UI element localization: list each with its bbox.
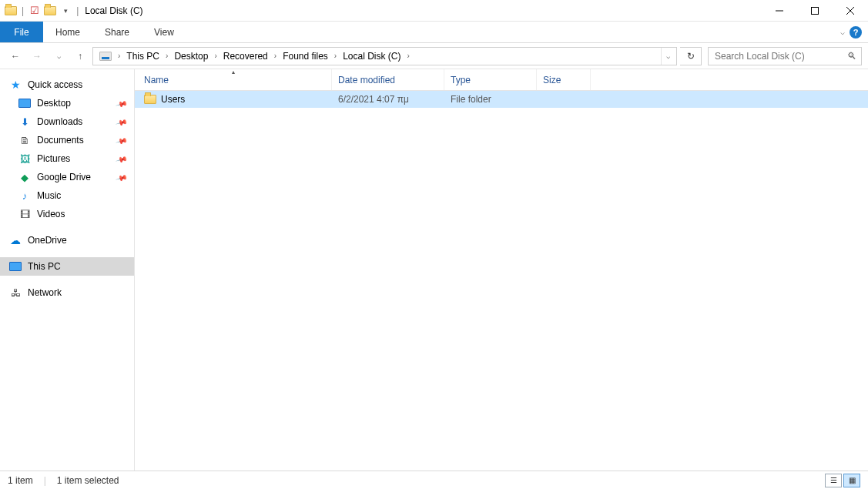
pin-icon: 📌 <box>116 152 128 165</box>
desktop-icon <box>18 97 31 109</box>
large-icons-view-button[interactable]: ▦ <box>843 474 860 487</box>
file-list-pane: Name ▴ Date modified Type Size Users 6/2… <box>135 69 868 471</box>
chevron-right-icon[interactable]: › <box>273 52 278 60</box>
minimize-button[interactable] <box>762 0 797 22</box>
folder-icon <box>5 5 17 17</box>
sidebar-quick-access[interactable]: ★ Quick access <box>0 75 134 94</box>
tab-home[interactable]: Home <box>43 22 92 42</box>
address-root-icon[interactable] <box>95 48 116 65</box>
video-icon: 🎞 <box>18 208 31 220</box>
qat-dropdown-icon[interactable]: ▾ <box>59 5 72 17</box>
sidebar-item-google-drive[interactable]: ◆ Google Drive 📌 <box>0 168 134 186</box>
forward-button[interactable]: → <box>28 47 46 65</box>
up-button[interactable]: ↑ <box>71 47 89 65</box>
status-bar: 1 item | 1 item selected ☰ ▦ <box>0 471 868 489</box>
pin-icon: 📌 <box>116 116 128 128</box>
help-icon[interactable]: ? <box>850 26 862 39</box>
sidebar-item-label: Music <box>37 190 61 201</box>
column-header-name[interactable]: Name ▴ <box>135 69 332 90</box>
chevron-right-icon[interactable]: › <box>164 52 169 60</box>
breadcrumb-recovered[interactable]: Recovered <box>219 48 273 65</box>
pin-icon: 📌 <box>116 171 128 183</box>
close-button[interactable] <box>833 0 868 22</box>
breadcrumb-this-pc[interactable]: This PC <box>122 48 164 65</box>
document-icon: 🗎 <box>18 134 31 146</box>
breadcrumb-local-disk[interactable]: Local Disk (C) <box>338 48 405 65</box>
picture-icon: 🖼 <box>18 152 31 165</box>
sidebar-item-label: Downloads <box>37 116 82 127</box>
sidebar-item-desktop[interactable]: Desktop 📌 <box>0 94 134 112</box>
ribbon-tabs: File Home Share View ⌵ ? <box>0 22 868 43</box>
star-icon: ★ <box>9 79 22 91</box>
file-tab[interactable]: File <box>0 22 43 42</box>
pin-icon: 📌 <box>116 97 128 109</box>
status-divider: | <box>44 475 46 486</box>
gdrive-icon: ◆ <box>18 171 31 183</box>
download-icon: ⬇ <box>18 116 31 128</box>
back-button[interactable]: ← <box>6 47 25 65</box>
recent-locations-button[interactable]: ⌵ <box>49 47 68 65</box>
tab-view[interactable]: View <box>142 22 186 42</box>
file-row[interactable]: Users 6/2/2021 4:07 πμ File folder <box>135 91 868 108</box>
column-headers: Name ▴ Date modified Type Size <box>135 69 868 91</box>
quick-access-toolbar: | ☑ ▾ | <box>0 5 80 17</box>
sidebar-label: This PC <box>28 261 61 272</box>
chevron-right-icon[interactable]: › <box>333 52 338 60</box>
sidebar-label: Network <box>28 287 62 298</box>
sidebar-item-videos[interactable]: 🎞 Videos <box>0 205 134 223</box>
qat-separator: | <box>22 5 24 16</box>
folder-icon[interactable] <box>44 5 56 17</box>
details-view-button[interactable]: ☰ <box>825 474 842 487</box>
window-title: Local Disk (C) <box>85 5 142 16</box>
music-icon: ♪ <box>18 189 31 202</box>
sidebar-item-label: Desktop <box>37 98 71 109</box>
column-header-size[interactable]: Size <box>537 69 591 90</box>
tab-share[interactable]: Share <box>92 22 142 42</box>
status-item-count: 1 item <box>8 475 33 486</box>
file-date: 6/2/2021 4:07 πμ <box>332 94 444 105</box>
sidebar-item-label: Pictures <box>37 153 70 164</box>
sidebar-this-pc[interactable]: This PC <box>0 257 134 276</box>
column-header-type[interactable]: Type <box>444 69 537 90</box>
chevron-right-icon[interactable]: › <box>213 52 218 60</box>
maximize-button[interactable] <box>797 0 833 22</box>
computer-icon <box>9 260 22 273</box>
title-bar: | ☑ ▾ | Local Disk (C) <box>0 0 868 22</box>
sidebar-item-label: Videos <box>37 209 65 219</box>
navigation-pane: ★ Quick access Desktop 📌 ⬇ Downloads 📌 🗎… <box>0 69 135 471</box>
pin-icon: 📌 <box>116 134 128 146</box>
navigation-bar: ← → ⌵ ↑ › This PC › Desktop › Recovered … <box>0 43 868 69</box>
breadcrumb-found-files[interactable]: Found files <box>278 48 333 65</box>
svg-rect-1 <box>812 7 819 14</box>
address-bar[interactable]: › This PC › Desktop › Recovered › Found … <box>92 47 677 65</box>
sidebar-item-label: Google Drive <box>37 172 91 183</box>
cloud-icon: ☁ <box>9 234 22 246</box>
sidebar-item-downloads[interactable]: ⬇ Downloads 📌 <box>0 112 134 131</box>
search-icon: 🔍︎ <box>847 51 856 62</box>
status-selected-count: 1 item selected <box>57 475 119 486</box>
breadcrumb-desktop[interactable]: Desktop <box>169 48 213 65</box>
refresh-button[interactable]: ↻ <box>680 47 702 65</box>
search-box[interactable]: 🔍︎ <box>708 47 862 65</box>
ribbon-expand-icon[interactable]: ⌵ <box>840 28 845 36</box>
sort-ascending-icon: ▴ <box>232 69 235 75</box>
sidebar-onedrive[interactable]: ☁ OneDrive <box>0 231 134 250</box>
chevron-right-icon[interactable]: › <box>116 52 122 60</box>
sidebar-item-documents[interactable]: 🗎 Documents 📌 <box>0 131 134 149</box>
search-input[interactable] <box>713 50 847 62</box>
sidebar-item-pictures[interactable]: 🖼 Pictures 📌 <box>0 149 134 168</box>
sidebar-label: Quick access <box>28 79 82 90</box>
file-name: Users <box>161 94 185 105</box>
sidebar-item-label: Documents <box>37 135 84 146</box>
sidebar-label: OneDrive <box>28 235 67 246</box>
file-type: File folder <box>444 94 537 105</box>
column-header-date[interactable]: Date modified <box>332 69 444 90</box>
properties-icon[interactable]: ☑ <box>28 5 41 17</box>
sidebar-item-music[interactable]: ♪ Music <box>0 186 134 205</box>
sidebar-network[interactable]: 🖧 Network <box>0 283 134 302</box>
column-label: Name <box>144 75 169 85</box>
folder-icon <box>144 93 156 106</box>
address-dropdown-icon[interactable]: ⌵ <box>661 48 675 65</box>
network-icon: 🖧 <box>9 286 22 299</box>
chevron-right-icon[interactable]: › <box>406 52 411 60</box>
